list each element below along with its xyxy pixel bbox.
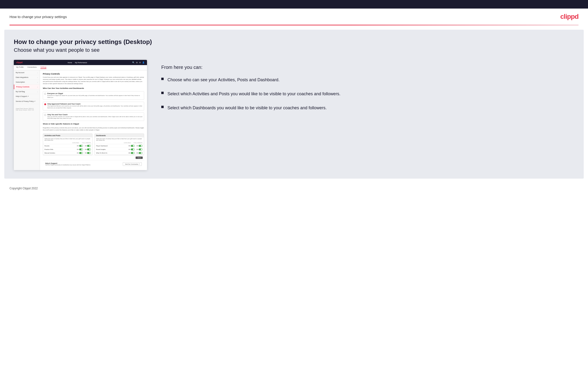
round-insights-toggles: ON ON xyxy=(129,149,142,150)
practice-followers-toggle[interactable]: ON xyxy=(85,149,91,150)
mockup-nav-performance: My Performance xyxy=(75,62,87,63)
mockup-save-button[interactable]: Save xyxy=(136,157,143,159)
mockup-sidebar: My Account› Data Integrations› Subscript… xyxy=(14,70,40,170)
rounds-toggles: ON ON xyxy=(77,145,91,147)
radio-followers-coach[interactable]: Only Approved Followers and Your Coach O… xyxy=(43,102,144,110)
radio-everyone-circle xyxy=(44,93,46,95)
dash-player-label: Player Dashboard xyxy=(96,145,129,147)
dash-what-to-work-label: What To Work On xyxy=(96,152,129,154)
sidebar-item-privacy-controls[interactable]: Privacy Controls› xyxy=(14,84,40,89)
sidebar-item-my-account[interactable]: My Account› xyxy=(14,70,40,75)
bullet-list: Choose who can see your Activities, Post… xyxy=(161,77,574,111)
manual-coaches-toggle[interactable]: ON xyxy=(77,152,83,154)
what-to-work-followers-toggle[interactable]: ON xyxy=(137,152,143,154)
mockup-visit-community-button[interactable]: Visit Our Community ↗ xyxy=(123,162,142,166)
dash-row-what-to-work: What To Work On ON ON xyxy=(95,151,144,155)
right-panel-title: From here you can: xyxy=(161,65,574,70)
mockup-nav: Home My Performance xyxy=(68,62,87,63)
manual-followers-toggle[interactable]: ON xyxy=(85,152,91,154)
player-dash-followers-toggle[interactable]: ON xyxy=(137,145,143,147)
mockup-section-title: Privacy Controls xyxy=(43,73,144,75)
mockup-subnav-settings[interactable]: Settings xyxy=(40,66,46,69)
radio-everyone-desc: Everyone on Clippd can search for you an… xyxy=(47,95,143,98)
bullet-item-1: Choose who can see your Activities, Post… xyxy=(161,77,574,83)
mockup-subnav-profile[interactable]: My Profile xyxy=(16,66,24,69)
dashboards-col-headers: COACHES FOLLOWERS xyxy=(95,142,144,144)
player-dash-coaches-toggle[interactable]: ON xyxy=(129,145,135,147)
mockup: clippd Home My Performance 🔍 ⊞ ⚙ 👤 My Pr… xyxy=(14,60,147,170)
dashboards-panel: Dashboards Select the types of activity … xyxy=(95,133,144,155)
dash-round-insights-label: Round Insights xyxy=(96,149,129,150)
radio-only-you-coach[interactable]: Only You and Your Coach Only you and the… xyxy=(43,112,144,121)
copyright-text: Copyright Clippd 2022 xyxy=(9,187,38,190)
player-dash-toggles: ON ON xyxy=(129,145,142,147)
bullet-square-1 xyxy=(161,78,164,80)
what-to-work-toggles: ON ON xyxy=(129,152,142,154)
activity-practice-label: Practice Drills xyxy=(44,149,77,150)
footer: Copyright Clippd 2022 xyxy=(0,183,588,194)
radio-followers-coach-circle xyxy=(44,103,46,105)
page-subheading: Choose what you want people to see xyxy=(14,47,574,53)
user-icon: 👤 xyxy=(142,61,145,64)
practice-coaches-toggle[interactable]: ON xyxy=(77,149,83,150)
practice-toggles: ON ON xyxy=(77,149,91,150)
mockup-show-hide-title: Show or hide specific features in Clippd xyxy=(43,123,144,125)
mockup-save-row: Save xyxy=(43,155,144,160)
bullet-item-3: Select which Dashboards you would like t… xyxy=(161,105,574,111)
mockup-main-panel: Privacy Controls Control how you and you… xyxy=(40,70,147,170)
activities-col-headers: COACHES FOLLOWERS xyxy=(43,142,92,144)
mockup-subnav: My Profile Connections Settings xyxy=(14,65,147,70)
bullet-text-2: Select which Activities and Posts you wo… xyxy=(167,91,340,97)
bullet-square-3 xyxy=(161,106,164,108)
what-to-work-coaches-toggle[interactable]: ON xyxy=(129,152,135,154)
mockup-help-desc: Visit our Clippd community to troublesho… xyxy=(45,164,91,166)
radio-everyone-label: Everyone on Clippd xyxy=(47,93,143,94)
sidebar-item-data-integrations[interactable]: Data Integrations› xyxy=(14,75,40,80)
mockup-who-can-see-title: Who Can See Your Activities and Dashboar… xyxy=(43,87,144,89)
two-col-layout: clippd Home My Performance 🔍 ⊞ ⚙ 👤 My Pr… xyxy=(14,60,574,170)
rounds-followers-toggle[interactable]: ON xyxy=(85,145,91,147)
sidebar-item-help-support[interactable]: Help & Support ↗ xyxy=(14,94,40,99)
activities-subheader: Select the types of activity that you'd … xyxy=(43,137,92,142)
mockup-sidebar-version: Clippd Client Version: 2022.8.2SQL Serve… xyxy=(14,106,40,113)
activity-rounds-label: Rounds xyxy=(44,145,77,147)
mockup-body: My Account› Data Integrations› Subscript… xyxy=(14,70,147,170)
rounds-coaches-toggle[interactable]: ON xyxy=(77,145,83,147)
radio-followers-coach-label: Only Approved Followers and Your Coach xyxy=(47,103,143,105)
header-divider xyxy=(9,25,579,25)
round-insights-coaches-toggle[interactable]: ON xyxy=(129,149,135,150)
round-insights-followers-toggle[interactable]: ON xyxy=(137,149,143,150)
page-heading: How to change your privacy settings (Des… xyxy=(14,38,574,46)
bullet-text-3: Select which Dashboards you would like t… xyxy=(167,105,327,111)
header-title: How to change your privacy settings xyxy=(9,15,67,19)
radio-only-you-desc: Only you and the coaches you connect wit… xyxy=(47,116,143,119)
mockup-topbar: clippd Home My Performance 🔍 ⊞ ⚙ 👤 xyxy=(14,60,147,65)
search-icon: 🔍 xyxy=(132,61,135,64)
dashboards-header: Dashboards xyxy=(95,134,144,137)
mockup-subnav-connections[interactable]: Connections xyxy=(27,66,37,69)
top-bar xyxy=(0,0,588,8)
sidebar-item-service-privacy[interactable]: Service & Privacy Policy ↗ xyxy=(14,99,40,104)
activities-panel: Activities and Posts Select the types of… xyxy=(43,133,93,155)
mockup-section-desc: Control how you and your data appears to… xyxy=(43,76,144,85)
activity-row-manual: Manual Activities ON ON xyxy=(43,151,92,155)
sidebar-item-subscription[interactable]: Subscription› xyxy=(14,80,40,84)
radio-everyone[interactable]: Everyone on Clippd Everyone on Clippd ca… xyxy=(43,91,144,100)
activity-row-practice: Practice Drills ON ON xyxy=(43,148,92,151)
manual-toggles: ON ON xyxy=(77,152,91,154)
dash-row-round-insights: Round Insights ON ON xyxy=(95,148,144,151)
col-followers-label: FOLLOWERS xyxy=(82,142,91,143)
dash-row-player: Player Dashboard ON ON xyxy=(95,144,144,148)
screenshot-container: clippd Home My Performance 🔍 ⊞ ⚙ 👤 My Pr… xyxy=(14,60,147,170)
header: How to change your privacy settings clip… xyxy=(0,8,588,25)
radio-only-you-label: Only You and Your Coach xyxy=(47,114,143,116)
activity-row-rounds: Rounds ON ON xyxy=(43,144,92,148)
grid-icon: ⊞ xyxy=(136,61,138,64)
dash-col-followers-label: FOLLOWERS xyxy=(134,142,142,143)
bullet-item-2: Select which Activities and Posts you wo… xyxy=(161,91,574,97)
main-content: How to change your privacy settings (Des… xyxy=(4,30,584,179)
mockup-logo: clippd xyxy=(16,61,23,64)
bullet-text-1: Choose who can see your Activities, Post… xyxy=(167,77,279,83)
sidebar-item-my-golf-bag[interactable]: My Golf Bag› xyxy=(14,89,40,94)
activity-manual-label: Manual Activities xyxy=(44,152,77,154)
